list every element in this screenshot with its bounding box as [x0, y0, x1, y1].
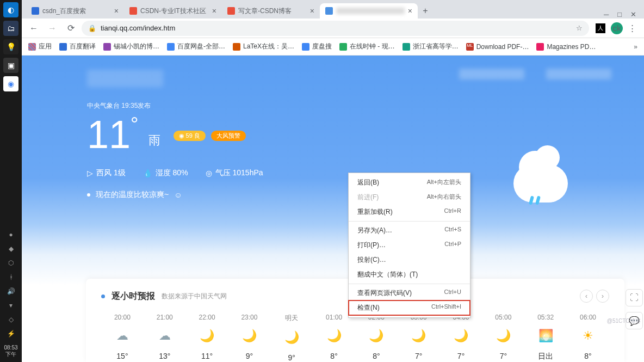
context-menu-item[interactable]: 投射(C)… — [349, 253, 470, 267]
tray-icon-1[interactable]: ● — [5, 229, 16, 240]
close-icon[interactable]: × — [310, 7, 314, 15]
bookmark-item[interactable]: 度盘搜 — [302, 42, 332, 51]
forward-button[interactable]: → — [45, 21, 60, 36]
lock-icon: 🔒 — [88, 24, 96, 32]
page-content: 中央气象台 19:35发布 11° 雨 ◉ 59 良 大风预警 ▷西风 1级 💧… — [22, 56, 644, 362]
hourly-col: 04:00🌙7° — [440, 314, 482, 362]
system-taskbar: ◐ 🗂 💡 ▣ ◉ ● ◆ ⬡ ᚼ 🔊 ▾ ◇ ⚡ 08:53 下午 — [0, 0, 22, 362]
emoji-icon: ☺ — [174, 191, 182, 199]
hourly-source: 数据来源于中国天气网 — [162, 292, 227, 301]
url-input[interactable]: 🔒 tianqi.qq.com/index.htm ☆ — [82, 21, 589, 36]
browser-tab[interactable]: CSDN-专业IT技术社区× — [124, 3, 222, 19]
context-menu-item[interactable]: 查看网页源代码(V)Ctrl+U — [349, 286, 470, 300]
tray-icon-2[interactable]: ◆ — [5, 243, 16, 254]
hourly-col: 21:00☁13° — [144, 314, 186, 362]
bookmark-item[interactable]: 浙江省高等学… — [403, 42, 459, 51]
context-menu-item[interactable]: 前进(F)Alt+向右箭头 — [349, 190, 470, 205]
humidity-icon: 💧 — [143, 169, 152, 177]
bookmark-item[interactable]: 锡城小凯的博… — [103, 42, 159, 51]
hourly-col: 22:00🌙11° — [186, 314, 228, 362]
star-icon[interactable]: ☆ — [576, 24, 583, 32]
city-name — [87, 70, 163, 87]
bookmarks-bar: 应用 百度翻译 锡城小凯的博… 百度网盘-全部… LaTeX在线：吴… 度盘搜 … — [22, 38, 644, 56]
bookmark-item[interactable]: LaTeX在线：吴… — [233, 42, 294, 51]
close-icon[interactable]: × — [114, 7, 119, 15]
bookmark-item[interactable]: Magazines PD… — [536, 43, 596, 51]
hourly-col: 明天🌙9° — [270, 314, 313, 362]
address-bar: ← → ⟳ 🔒 tianqi.qq.com/index.htm ☆ 人 ck ⋮ — [22, 19, 644, 38]
context-menu-item[interactable]: 翻成中文（简体）(T) — [349, 267, 470, 282]
context-menu: 返回(B)Alt+向左箭头前进(F)Alt+向右箭头重新加载(R)Ctrl+R另… — [348, 173, 470, 318]
chrome-icon[interactable]: ◉ — [3, 76, 18, 91]
hourly-col: 02:00🌙8° — [355, 314, 398, 362]
ext-icon[interactable]: 人 — [596, 23, 605, 33]
temperature: 11° — [87, 115, 139, 154]
condition: 雨 — [148, 132, 160, 149]
maximize-icon[interactable]: □ — [617, 10, 622, 19]
cloud-rain-icon — [513, 164, 568, 203]
bookmark-overflow-icon[interactable]: » — [634, 43, 637, 51]
context-menu-item[interactable]: 打印(P)…Ctrl+P — [349, 238, 470, 253]
battery-icon[interactable]: ⚡ — [5, 328, 16, 339]
browser-tab[interactable]: 写文章-CSDN博客× — [222, 3, 320, 19]
hourly-col: 01:00🌙8° — [313, 314, 355, 362]
reload-button[interactable]: ⟳ — [63, 21, 78, 36]
new-tab-button[interactable]: + — [418, 3, 433, 19]
browser-tab-active[interactable]: × — [320, 3, 418, 19]
hourly-col: 03:00🌙7° — [398, 314, 440, 362]
hourly-title: 逐小时预报 — [112, 291, 155, 302]
aqi-badge[interactable]: ◉ 59 良 — [174, 131, 206, 141]
app-icon[interactable]: ▣ — [3, 58, 18, 73]
hourly-next-button[interactable]: › — [596, 290, 609, 303]
context-menu-item[interactable]: 重新加载(R)Ctrl+R — [349, 205, 470, 219]
hourly-col: 05:32🌅日出 — [524, 314, 567, 362]
back-button[interactable]: ← — [26, 21, 41, 36]
minimize-icon[interactable]: ─ — [604, 10, 609, 19]
watermark: @51CTO博客 — [607, 317, 641, 325]
url-text: tianqi.qq.com/index.htm — [101, 24, 175, 32]
hint-icon[interactable]: 💡 — [3, 39, 18, 54]
close-icon[interactable]: × — [408, 7, 412, 15]
tray-cube-icon[interactable]: ⬡ — [5, 257, 16, 268]
hourly-col: 06:00☀8° — [567, 314, 609, 362]
bookmark-item[interactable]: 百度网盘-全部… — [167, 42, 225, 51]
context-menu-item[interactable]: 返回(B)Alt+向左箭头 — [349, 175, 470, 190]
hourly-col: 05:00🌙7° — [482, 314, 524, 362]
browser-tab[interactable]: csdn_百度搜索× — [26, 3, 124, 19]
profile-avatar[interactable]: ck — [611, 22, 623, 34]
pressure-icon: ◎ — [206, 169, 212, 177]
apps-button[interactable]: 应用 — [28, 42, 52, 51]
warning-badge[interactable]: 大风预警 — [211, 131, 246, 141]
fullscreen-button[interactable]: ⛶ — [626, 289, 643, 306]
files-icon[interactable]: 🗂 — [3, 21, 18, 36]
down-icon[interactable]: ▾ — [5, 300, 16, 311]
hourly-col: 20:00☁15° — [101, 314, 144, 362]
bookmark-item[interactable]: MLDownload PDF-… — [466, 43, 529, 51]
context-menu-item[interactable]: 另存为(A)…Ctrl+S — [349, 223, 470, 238]
publish-time: 中央气象台 19:35发布 — [87, 101, 644, 111]
wifi-icon[interactable]: ◇ — [5, 314, 16, 325]
menu-icon[interactable]: ⋮ — [628, 23, 636, 33]
clock[interactable]: 08:53 下午 — [4, 342, 17, 362]
browser-tab-bar: csdn_百度搜索× CSDN-专业IT技术社区× 写文章-CSDN博客× × … — [22, 0, 644, 19]
bookmark-item[interactable]: 在线时钟 - 现… — [339, 42, 395, 51]
close-window-icon[interactable]: ✕ — [630, 10, 636, 19]
bookmark-item[interactable]: 百度翻译 — [59, 42, 96, 51]
hourly-prev-button[interactable]: ‹ — [580, 290, 593, 303]
context-menu-item[interactable]: 检查(N)Ctrl+Shift+I — [349, 300, 470, 315]
volume-icon[interactable]: 🔊 — [5, 286, 16, 297]
launcher-icon[interactable]: ◐ — [3, 2, 18, 17]
wind-icon: ▷ — [87, 169, 93, 177]
bluetooth-icon[interactable]: ᚼ — [5, 272, 16, 283]
close-icon[interactable]: × — [212, 7, 216, 15]
hourly-col: 23:00🌙9° — [228, 314, 270, 362]
